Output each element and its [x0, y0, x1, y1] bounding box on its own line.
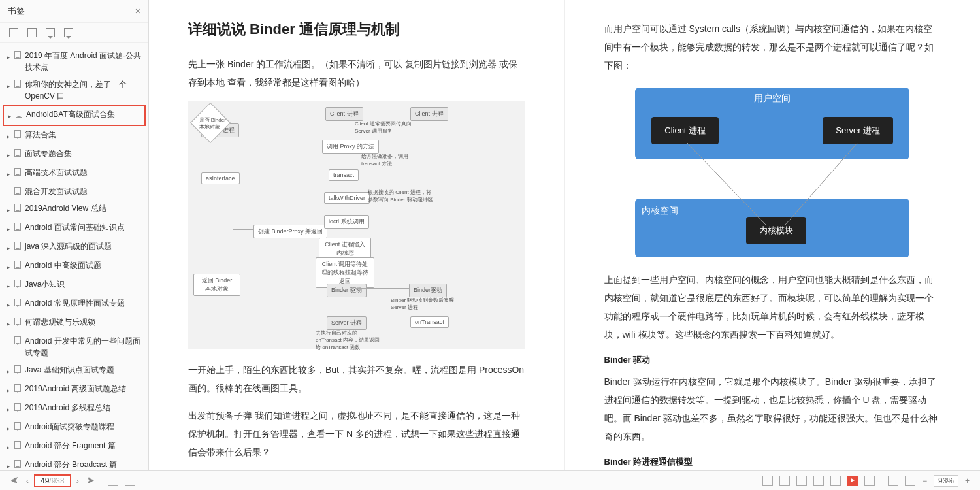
bookmark-item[interactable]: ▸2019Android View 总结 [3, 200, 146, 219]
zoom-fit-icon[interactable] [888, 476, 898, 486]
bookmark-label: 高端技术面试试题 [25, 167, 142, 178]
rotate-icon[interactable] [864, 476, 875, 486]
bookmark-label: AndroidBAT高级面试合集 [26, 108, 140, 120]
bookmark-label: 你和你的女神之间，差了一个 OpenCV 口 [25, 78, 142, 102]
continuous-page-icon[interactable] [125, 476, 135, 486]
expand-arrow-icon[interactable]: ▸ [7, 204, 13, 216]
expand-arrow-icon[interactable]: ▸ [7, 423, 13, 434]
bookmark-ribbon-icon [14, 242, 21, 250]
bookmark-label: Android 中高级面试题 [25, 259, 142, 271]
expand-arrow-icon[interactable]: ▸ [7, 280, 13, 292]
zoom-in-button[interactable]: + [961, 476, 973, 485]
client-process-box: Client 进程 [651, 117, 719, 144]
bookmark-item[interactable]: ▸2019 年百度 Android 面试题-公共技术点 [3, 47, 146, 76]
paragraph: 上面提到一些用户空间、内核空间的概念，用户空间也能大概猜到是什么东西，而内核空间… [604, 270, 941, 344]
bookmark-ribbon-icon [14, 280, 21, 287]
expand-arrow-icon[interactable]: ▸ [7, 461, 13, 470]
expand-arrow-icon[interactable]: ▸ [7, 261, 13, 273]
expand-arrow-icon[interactable]: ▸ [7, 52, 13, 63]
book-view-icon[interactable] [830, 476, 841, 486]
close-icon[interactable]: × [135, 6, 140, 16]
expand-arrow-icon[interactable]: ▸ [7, 131, 13, 142]
bookmark-label: 2019Android 高级面试题总结 [25, 383, 142, 395]
bookmark-label: Android 部分 Fragment 篇 [25, 440, 142, 451]
page-number-input[interactable]: 49/938 [34, 474, 71, 487]
sidebar-title: 书签 [8, 5, 25, 17]
bookmark-item[interactable]: ▸Android 中高级面试题 [3, 257, 146, 276]
bottom-toolbar: ⮜ ‹ 49/938 › ⮞ − 93% + [0, 470, 980, 490]
bookmark-item[interactable]: ▸2019Android 多线程总结 [3, 399, 146, 418]
fit-width-icon[interactable] [779, 476, 790, 486]
bookmark-icon[interactable] [46, 28, 55, 37]
bookmark-item[interactable]: ▸你和你的女神之间，差了一个 OpenCV 口 [3, 76, 146, 105]
expand-arrow-icon[interactable]: ▸ [7, 442, 13, 453]
paragraph: 出发前预备子弹 我们知道进程之间，虚拟地址不同，是不能直接通信的，这是一种保护机… [188, 406, 525, 461]
bookmark-ribbon-icon [14, 365, 21, 373]
single-page-icon[interactable] [108, 476, 118, 486]
fit-page-icon[interactable] [796, 476, 807, 486]
bookmark-label: 混合开发面试试题 [25, 186, 142, 197]
bookmark-label: 面试专题合集 [25, 148, 142, 159]
bookmark-ribbon-icon [14, 403, 21, 411]
bookmark-item[interactable]: ▸2019Android 高级面试题总结 [3, 380, 146, 399]
expand-arrow-icon[interactable]: ▸ [7, 223, 13, 235]
bookmark-item[interactable]: ▸Java 基础知识点面试专题 [3, 361, 146, 380]
last-page-button[interactable]: ⮞ [83, 476, 99, 485]
userspace-kernel-diagram: 用户空间 Client 进程 Server 进程 内核空间 内核模块 [635, 88, 909, 257]
zoom-actual-icon[interactable] [905, 476, 915, 486]
paragraph: 先上一张 Binder 的工作流程图。（如果不清晰，可以 复制图片链接到浏览器 … [188, 55, 525, 91]
bookmark-item[interactable]: Android 开发中常见的一些问题面试专题 [3, 333, 146, 361]
bookmark-item[interactable]: ▸何谓悲观锁与乐观锁 [3, 314, 146, 333]
bookmark-item[interactable]: ▸Android 部分 Broadcast 篇 [3, 456, 146, 470]
bookmark-label: java 深入源码级的面试题 [25, 240, 142, 252]
bookmark-outline-icon[interactable] [64, 28, 73, 37]
bookmark-list: ▸2019 年百度 Android 面试题-公共技术点▸你和你的女神之间，差了一… [0, 43, 148, 470]
bookmark-ribbon-icon [14, 51, 21, 59]
expand-arrow-icon[interactable]: ▸ [7, 242, 13, 254]
bookmark-ribbon-icon [14, 441, 21, 449]
prev-page-button[interactable]: ‹ [22, 476, 33, 485]
paragraph: 一开始上手，陌生的东西比较多，But，其实并不复杂。喔，流程图是用 Proces… [188, 361, 525, 397]
bookmark-item[interactable]: ▸Android 部分 Fragment 篇 [3, 437, 146, 456]
bookmark-ribbon-icon [14, 168, 21, 176]
bookmark-item[interactable]: ▸Android面试突破专题课程 [3, 418, 146, 437]
collapse-all-icon[interactable] [27, 28, 37, 37]
bookmark-ribbon-icon [14, 130, 21, 138]
bookmark-ribbon-icon [14, 460, 21, 468]
slideshow-icon[interactable] [847, 476, 858, 486]
expand-arrow-icon[interactable]: ▸ [7, 150, 13, 161]
binder-flowchart: Client 进程 asInterface 是否 Binder 本地对象 返回 … [188, 101, 525, 349]
expand-arrow-icon[interactable]: ▸ [7, 169, 13, 180]
expand-arrow-icon[interactable]: ▸ [7, 366, 13, 378]
expand-arrow-icon[interactable]: ▸ [7, 299, 13, 311]
expand-arrow-icon[interactable]: ▸ [7, 80, 13, 92]
bookmark-item[interactable]: ▸面试专题合集 [3, 145, 146, 164]
bookmark-ribbon-icon [14, 422, 21, 430]
bookmark-item[interactable]: ▸Android 面试常问基础知识点 [3, 219, 146, 238]
expand-arrow-icon[interactable]: ▸ [7, 385, 13, 397]
bookmark-item[interactable]: ▸java 深入源码级的面试题 [3, 238, 146, 257]
expand-arrow-icon[interactable]: ▸ [7, 318, 13, 330]
bookmark-item[interactable]: ▸AndroidBAT高级面试合集 [3, 105, 146, 126]
bookmark-item[interactable]: ▸算法合集 [3, 126, 146, 145]
zoom-out-button[interactable]: − [919, 476, 931, 485]
expand-all-icon[interactable] [9, 28, 18, 37]
bookmark-item[interactable]: ▸高端技术面试试题 [3, 164, 146, 183]
bookmark-ribbon-icon [14, 80, 21, 88]
bookmark-item[interactable]: ▸Android 常见原理性面试专题 [3, 295, 146, 314]
zoom-level[interactable]: 93% [934, 475, 958, 487]
paragraph: 而用户空间可以通过 System calls（系统回调）与内核空间通信的，如果在… [604, 20, 941, 74]
bookmark-label: Android 部分 Broadcast 篇 [25, 459, 142, 470]
bookmark-label: Android 开发中常见的一些问题面试专题 [25, 335, 142, 359]
bookmark-ribbon-icon [16, 110, 22, 118]
first-page-button[interactable]: ⮜ [7, 476, 22, 485]
view-mode-icon[interactable] [762, 476, 773, 486]
bookmark-item[interactable]: ▸Java小知识 [3, 276, 146, 295]
bookmark-ribbon-icon [14, 384, 21, 392]
next-page-button[interactable]: › [73, 476, 83, 485]
expand-arrow-icon[interactable]: ▸ [7, 404, 13, 416]
bookmark-ribbon-icon [14, 223, 21, 231]
bookmark-item[interactable]: 混合开发面试试题 [3, 183, 146, 200]
expand-arrow-icon[interactable]: ▸ [8, 110, 14, 122]
two-page-icon[interactable] [813, 476, 824, 486]
